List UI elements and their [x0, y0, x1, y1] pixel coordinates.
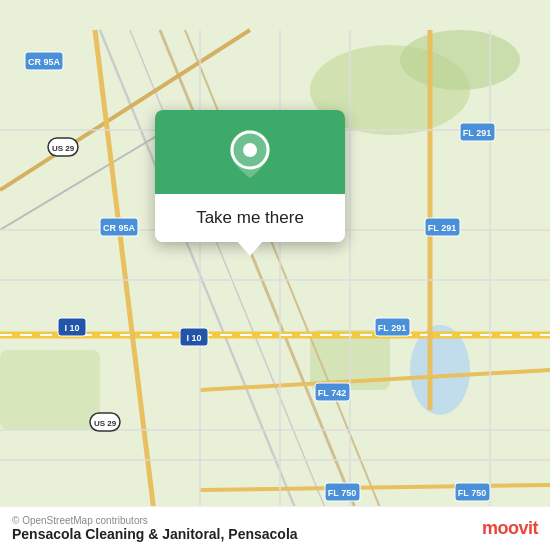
take-me-there-button[interactable]: Take me there: [196, 208, 304, 228]
popup-top: [155, 110, 345, 194]
map-svg: CR 95A US 29 CR 95A FL 291 FL 291 I 10 I…: [0, 0, 550, 550]
bottom-bar: © OpenStreetMap contributors Pensacola C…: [0, 506, 550, 550]
moovit-logo-text: moovit: [482, 518, 538, 539]
svg-text:FL 742: FL 742: [318, 388, 346, 398]
place-name-text: Pensacola Cleaning & Janitoral, Pensacol…: [12, 526, 298, 542]
svg-text:FL 750: FL 750: [458, 488, 486, 498]
svg-text:US 29: US 29: [94, 419, 117, 428]
svg-text:FL 291: FL 291: [463, 128, 491, 138]
svg-text:US 29: US 29: [52, 144, 75, 153]
svg-rect-4: [0, 350, 100, 430]
popup-card: Take me there: [155, 110, 345, 242]
svg-point-2: [400, 30, 520, 90]
map-container: CR 95A US 29 CR 95A FL 291 FL 291 I 10 I…: [0, 0, 550, 550]
svg-rect-0: [0, 30, 550, 520]
bottom-left: © OpenStreetMap contributors Pensacola C…: [12, 515, 298, 542]
svg-point-52: [243, 143, 257, 157]
svg-text:CR 95A: CR 95A: [28, 57, 61, 67]
popup-pointer: [237, 241, 263, 256]
attribution-text: © OpenStreetMap contributors: [12, 515, 298, 526]
svg-text:I 10: I 10: [64, 323, 79, 333]
popup-bottom: Take me there: [155, 194, 345, 242]
svg-text:FL 291: FL 291: [428, 223, 456, 233]
location-pin-icon: [228, 132, 272, 176]
moovit-logo: moovit: [482, 518, 538, 539]
svg-text:I 10: I 10: [186, 333, 201, 343]
svg-text:FL 750: FL 750: [328, 488, 356, 498]
svg-text:CR 95A: CR 95A: [103, 223, 136, 233]
svg-text:FL 291: FL 291: [378, 323, 406, 333]
